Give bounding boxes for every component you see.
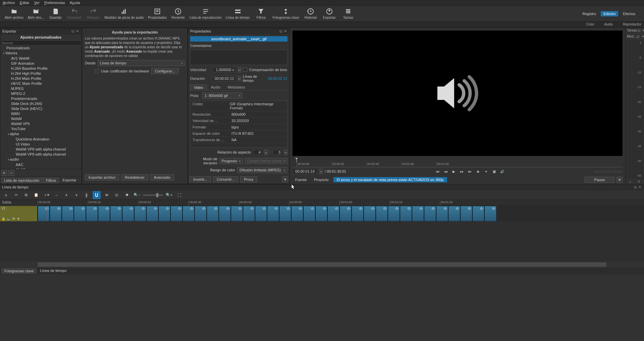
- tab-edit[interactable]: Edición: [601, 11, 618, 16]
- invert-button[interactable]: Invertir...: [190, 176, 211, 182]
- clip[interactable]: [472, 206, 484, 221]
- preset-item[interactable]: AV1 WebM: [2, 56, 82, 61]
- preview-menu-button[interactable]: ≡: [616, 177, 623, 183]
- preset-item[interactable]: MJPEG: [2, 86, 82, 91]
- preview-ruler[interactable]: 00:00:0000:00:2000:00:4000:01:0000:01:20: [292, 159, 623, 167]
- close-icon[interactable]: ✕: [75, 29, 79, 33]
- preset-item[interactable]: AAC: [2, 162, 82, 167]
- preset-item[interactable]: YouTube: [2, 126, 82, 131]
- track-clips[interactable]: [38, 206, 644, 221]
- pitch-checkbox[interactable]: [243, 68, 247, 72]
- properties-button[interactable]: Propiedades: [146, 7, 169, 20]
- hw-encoder-checkbox[interactable]: ✓: [95, 69, 99, 73]
- tab-playlist[interactable]: Lista de reproducción: [1, 178, 42, 183]
- track-header[interactable]: V1 🔒 🔈 👁 ▼: [0, 206, 38, 221]
- duration-spinner[interactable]: ▴▾: [238, 76, 241, 81]
- close-icon[interactable]: ✕: [642, 29, 644, 33]
- next-frame-button[interactable]: ▸▸: [459, 169, 465, 174]
- preset-item[interactable]: MPEG-2: [2, 91, 82, 96]
- zoom-button[interactable]: ▾: [483, 169, 489, 174]
- clip[interactable]: [195, 206, 207, 221]
- timeline-scrollbar[interactable]: [38, 262, 606, 267]
- clip[interactable]: [182, 206, 195, 221]
- clip[interactable]: [400, 206, 412, 221]
- preset-item[interactable]: H.264 High Profile: [2, 71, 82, 76]
- menu-prefs[interactable]: Preferencias: [44, 1, 65, 5]
- clip[interactable]: [38, 206, 50, 221]
- export-button[interactable]: Exportar: [320, 7, 339, 20]
- snap-button[interactable]: [93, 191, 101, 199]
- clip[interactable]: [460, 206, 472, 221]
- clip[interactable]: [412, 206, 424, 221]
- history-button[interactable]: Historial: [301, 7, 320, 20]
- speed-spinner[interactable]: ▴▾: [238, 67, 241, 72]
- preset-cat-alpha[interactable]: alpha: [2, 131, 82, 137]
- tl-menu-button[interactable]: ≡: [2, 191, 10, 199]
- skip-end-button[interactable]: ⏭: [467, 169, 473, 174]
- undock-icon[interactable]: ◱: [636, 35, 640, 39]
- preset-cat-values[interactable]: Valores: [2, 51, 82, 56]
- tab-filters[interactable]: Filtros: [43, 178, 59, 183]
- clip[interactable]: [376, 206, 388, 221]
- clip[interactable]: [62, 206, 74, 221]
- scrub-button[interactable]: 👁: [103, 191, 111, 199]
- preset-tree[interactable]: Personalizado Valores AV1 WebMGIF Animat…: [0, 46, 82, 169]
- clip[interactable]: [436, 206, 448, 221]
- scan-dropdown[interactable]: Progresiv: [219, 158, 243, 164]
- close-icon[interactable]: ✕: [283, 29, 287, 33]
- zoom-slider[interactable]: [143, 194, 163, 196]
- preset-item[interactable]: WebM VP8 with alpha channel: [2, 147, 82, 152]
- project-tab[interactable]: Proyecto: [311, 177, 331, 182]
- close-icon[interactable]: ✕: [638, 185, 642, 189]
- props-menu-button[interactable]: ≡: [282, 176, 288, 182]
- prev-frame-button[interactable]: ◂◂: [443, 169, 449, 174]
- preset-item[interactable]: Quicktime Animation: [2, 137, 82, 142]
- duration-input[interactable]: 00:00:02:12: [212, 76, 236, 81]
- zoom-out-button[interactable]: 🔍−: [133, 191, 141, 199]
- aspect-h-input[interactable]: 3: [273, 150, 282, 155]
- preset-item[interactable]: HEVC Main Profile: [2, 81, 82, 86]
- preset-item[interactable]: Ut Video: [2, 142, 82, 147]
- clip[interactable]: [86, 206, 98, 221]
- configure-button[interactable]: Configurar...: [151, 68, 179, 74]
- preset-item[interactable]: GIF Animation: [2, 61, 82, 66]
- tab-video[interactable]: Video: [190, 84, 207, 90]
- zoom-in-button[interactable]: 🔍+: [165, 191, 173, 199]
- tab-audio[interactable]: Audio: [208, 84, 224, 90]
- clip[interactable]: [74, 206, 86, 221]
- copy-button[interactable]: ⧉: [22, 191, 30, 199]
- append-button[interactable]: ＋▾: [42, 191, 50, 199]
- tab-keyframes-bottom[interactable]: Fotogramas clave: [1, 268, 37, 274]
- menu-help[interactable]: Ayuda: [70, 1, 80, 5]
- remove-button[interactable]: −: [52, 191, 60, 199]
- filter-icon[interactable]: ▼: [17, 217, 20, 221]
- tab-effects[interactable]: Efectos: [620, 11, 638, 16]
- play-button[interactable]: ▶: [451, 169, 457, 174]
- aspect-w-spinner[interactable]: ▴▾: [264, 150, 268, 155]
- undock-icon[interactable]: ◱: [279, 29, 283, 33]
- menu-view[interactable]: Ver: [34, 1, 40, 5]
- source-tab[interactable]: Fuente: [292, 177, 309, 182]
- peak-meter-button[interactable]: Medidor de picos de audio: [103, 7, 146, 20]
- timeline-playhead[interactable]: [47, 206, 47, 221]
- recent-button[interactable]: Reciente: [169, 7, 187, 20]
- clip[interactable]: [352, 206, 364, 221]
- track-dropdown[interactable]: 1: 800x600 gif: [202, 93, 243, 99]
- preset-item[interactable]: H.264 Main Profile: [2, 76, 82, 81]
- keyframes-button[interactable]: Fotogramas clave: [270, 7, 301, 20]
- clip[interactable]: [291, 206, 303, 221]
- video-preview[interactable]: [292, 31, 623, 156]
- clip[interactable]: [279, 206, 291, 221]
- filters-button[interactable]: Filtros: [252, 7, 270, 20]
- preset-cat-audio[interactable]: audio: [2, 157, 82, 162]
- timeline-ruler[interactable]: 00:00:0000:00:1000:00:2000:00:3000:00:40…: [38, 200, 644, 206]
- preset-item[interactable]: WebM VP9 with alpha channel: [2, 152, 82, 157]
- remove-preset-button[interactable]: −: [8, 170, 14, 176]
- tab-timeline-bottom[interactable]: Línea de tiempo: [37, 268, 69, 274]
- clip[interactable]: [327, 206, 339, 221]
- clip[interactable]: [243, 206, 255, 221]
- clip[interactable]: [388, 206, 400, 221]
- undock-icon[interactable]: ◱: [637, 29, 641, 33]
- preset-search-input[interactable]: [0, 40, 82, 46]
- save-button[interactable]: Guardar: [46, 7, 65, 20]
